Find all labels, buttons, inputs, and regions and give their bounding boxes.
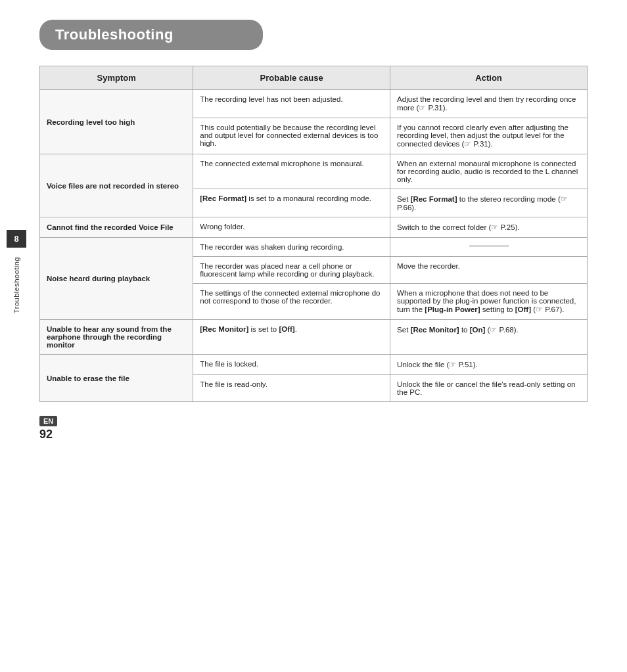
title-bar: Troubleshooting [39,20,263,50]
cause-cell: The file is locked. [193,355,390,375]
header-cause: Probable cause [193,66,390,90]
action-cell: Unlock the file (☞ P.51). [390,355,588,375]
cause-cell: This could potentially be because the re… [193,118,390,154]
table-row: Unable to hear any sound from the earpho… [40,320,588,355]
cause-cell: The recording level has not been adjuste… [193,90,390,118]
table-row: Noise heard during playbackThe recorder … [40,238,588,257]
header-action: Action [390,66,588,90]
action-cell: When an external monaural microphone is … [390,154,588,189]
page-number: 92 [39,428,53,441]
cause-cell: The settings of the connected external m… [193,284,390,320]
sidebar-label: Troubleshooting [12,257,20,313]
action-cell: Set [Rec Format] to the stereo recording… [390,189,588,217]
symptom-cell: Unable to erase the file [40,355,193,402]
cause-cell: The recorder was shaken during recording… [193,238,390,257]
dash-line [469,246,509,246]
symptom-cell: Unable to hear any sound from the earpho… [40,320,193,355]
action-cell: Set [Rec Monitor] to [On] (☞ P.68). [390,320,588,355]
action-cell: If you cannot record clearly even after … [390,118,588,154]
action-cell: Adjust the recording level and then try … [390,90,588,118]
header-symptom: Symptom [40,66,193,90]
bottom-left: EN 92 [39,416,57,441]
cause-cell: [Rec Monitor] is set to [Off]. [193,320,390,355]
table-row: Voice files are not recorded in stereoTh… [40,154,588,189]
cause-cell: [Rec Format] is set to a monaural record… [193,189,390,217]
action-cell: When a microphone that does not need to … [390,284,588,320]
page-title: Troubleshooting [55,26,247,43]
action-cell: Unlock the file or cancel the file's rea… [390,375,588,402]
cause-cell: Wrong folder. [193,217,390,238]
symptom-cell: Cannot find the recorded Voice File [40,217,193,238]
symptom-cell: Voice files are not recorded in stereo [40,154,193,217]
table-row: Recording level too highThe recording le… [40,90,588,118]
symptom-cell: Noise heard during playback [40,238,193,320]
troubleshooting-table: Symptom Probable cause Action Recording … [39,66,588,402]
action-cell [390,238,588,257]
sidebar-number: 8 [7,230,26,248]
cause-cell: The recorder was placed near a cell phon… [193,257,390,284]
cause-cell: The file is read-only. [193,375,390,402]
table-row: Unable to erase the fileThe file is lock… [40,355,588,375]
sidebar: 8 Troubleshooting [7,230,26,313]
cause-cell: The connected external microphone is mon… [193,154,390,189]
action-cell: Switch to the correct folder (☞ P.25). [390,217,588,238]
action-cell: Move the recorder. [390,257,588,284]
table-row: Cannot find the recorded Voice FileWrong… [40,217,588,238]
language-label: EN [39,416,57,426]
symptom-cell: Recording level too high [40,90,193,154]
page-wrapper: Troubleshooting Symptom Probable cause A… [0,0,627,455]
